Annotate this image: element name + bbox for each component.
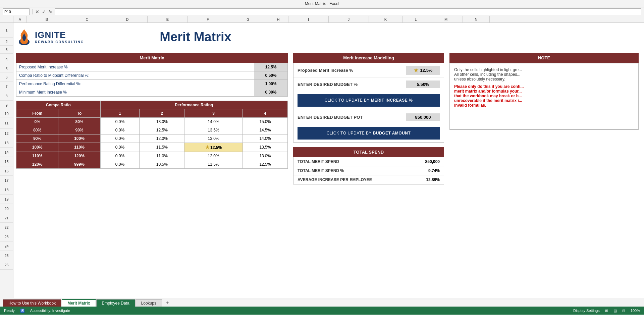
- matrix-v2-5[interactable]: 11.0%: [140, 152, 184, 160]
- matrix-v3-6[interactable]: 11.5%: [184, 160, 243, 169]
- accessibility-icon: ♿: [20, 309, 25, 313]
- spend-value-3: 12.89%: [413, 177, 440, 182]
- col-headers: A B C D E F G H I J K L M N: [0, 16, 644, 23]
- col-header-d: D: [107, 16, 148, 23]
- matrix-v2-2[interactable]: 12.5%: [140, 126, 184, 134]
- row-16: 16: [0, 166, 13, 176]
- matrix-v4-1[interactable]: 15.0%: [243, 118, 287, 126]
- grid-view-icon[interactable]: ⊞: [605, 309, 608, 313]
- matrix-v2-4[interactable]: 11.5%: [140, 143, 184, 152]
- col-header-g: G: [228, 16, 268, 23]
- row-1: 1: [0, 23, 13, 38]
- formula-input[interactable]: [55, 8, 641, 15]
- col-header-m: M: [429, 16, 463, 23]
- matrix-v1-1[interactable]: 0.0%: [100, 118, 140, 126]
- row-20: 20: [0, 204, 13, 213]
- update-by-merit-button[interactable]: CLICK TO UPDATE BY MERIT INCREASE %: [298, 94, 440, 107]
- matrix-v2-3[interactable]: 12.0%: [140, 134, 184, 143]
- matrix-v1-5[interactable]: 0.0%: [100, 152, 140, 160]
- tab-employee-data[interactable]: Employee Data: [96, 299, 135, 307]
- matrix-v2-6[interactable]: 10.5%: [140, 160, 184, 169]
- note-box: Only the cells highlighted in light gre.…: [449, 63, 639, 130]
- matrix-row-3: 90% 100% 0.0% 12.0% 13.0% 14.0%: [16, 134, 288, 143]
- matrix-v3-1[interactable]: 14.0%: [184, 118, 243, 126]
- page-break-icon[interactable]: ⊟: [622, 309, 625, 313]
- status-left: Ready ♿ Accessibility: Investigate: [4, 309, 70, 313]
- matrix-v4-2[interactable]: 14.5%: [243, 126, 287, 134]
- matrix-v4-6[interactable]: 12.5%: [243, 160, 287, 169]
- matrix-v1-3[interactable]: 0.0%: [100, 134, 140, 143]
- row-19: 19: [0, 195, 13, 204]
- modelling-section-header: Merit Increase Modelling: [293, 53, 444, 63]
- tab-lookups[interactable]: Lookups: [136, 299, 162, 307]
- star-icon-modelling: ★: [414, 67, 418, 73]
- col-header-c: C: [67, 16, 107, 23]
- col-header-e: E: [148, 16, 188, 23]
- tab-how-to[interactable]: How to Use this Workbook: [3, 299, 61, 307]
- row-10: 10: [0, 110, 13, 117]
- rating-4-header: 4: [243, 109, 287, 118]
- cells-area: IGNITE REWARD CONSULTING Merit Matrix Me…: [13, 23, 644, 298]
- logo-text: IGNITE REWARD CONSULTING: [35, 30, 84, 44]
- input-value-1[interactable]: 12.5%: [254, 63, 288, 71]
- matrix-v3-2[interactable]: 13.5%: [184, 126, 243, 134]
- display-settings-text[interactable]: Display Settings: [573, 309, 600, 313]
- col-header-i: I: [288, 16, 329, 23]
- update-by-budget-button[interactable]: CLICK TO UPDATE BY BUDGET AMOUNT: [298, 127, 440, 140]
- matrix-from-6: 120%: [16, 160, 58, 169]
- matrix-v3-5[interactable]: 12.0%: [184, 152, 243, 160]
- row-26: 26: [0, 260, 13, 270]
- proposed-merit-value[interactable]: ★ 12.5%: [406, 66, 440, 75]
- spend-row-3: AVERAGE INCREASE PER EMPLOYEE 12.89%: [293, 175, 444, 184]
- budget-pct-row: ENTER DESIRED BUDGET % 5.50%: [293, 78, 444, 91]
- matrix-v1-4[interactable]: 0.0%: [100, 143, 140, 152]
- matrix-v2-1[interactable]: 13.0%: [140, 118, 184, 126]
- input-row-1: Proposed Merit Increase % 12.5%: [16, 63, 288, 71]
- input-row-2: Compa Ratio to Midpoint Differential %: …: [16, 71, 288, 80]
- tab-merit-matrix[interactable]: Merit Matrix: [62, 299, 96, 307]
- row-17: 17: [0, 176, 13, 185]
- name-box[interactable]: P10: [3, 8, 30, 15]
- confirm-icon[interactable]: ✓: [42, 9, 46, 14]
- ready-status: Ready: [4, 309, 15, 313]
- input-value-2[interactable]: 0.50%: [254, 71, 288, 80]
- matrix-grid: Compa Ratio Performance Rating From To 1…: [16, 101, 288, 169]
- cancel-icon[interactable]: ✕: [35, 9, 39, 14]
- logo-flame-icon: [16, 28, 32, 46]
- perf-rating-header: Performance Rating: [100, 101, 287, 109]
- star-icon-matrix: ★: [205, 145, 210, 150]
- budget-pct-value[interactable]: 5.50%: [406, 80, 440, 88]
- col-header-f: F: [188, 16, 228, 23]
- matrix-v3-4[interactable]: ★12.5%: [184, 143, 243, 152]
- input-value-4[interactable]: 0.00%: [254, 88, 288, 97]
- add-sheet-button[interactable]: +: [164, 299, 171, 307]
- left-panel: IGNITE REWARD CONSULTING Merit Matrix Me…: [16, 25, 288, 184]
- row-15: 15: [0, 157, 13, 166]
- matrix-v1-2[interactable]: 0.0%: [100, 126, 140, 134]
- function-icon[interactable]: fx: [49, 9, 52, 14]
- matrix-row-4: 100% 110% 0.0% 11.5% ★12.5% 13.5%: [16, 143, 288, 152]
- row-23: 23: [0, 232, 13, 241]
- matrix-v1-6[interactable]: 0.0%: [100, 160, 140, 169]
- input-row-3: Performance Rating Differential %: 1.00%: [16, 80, 288, 88]
- modelling-section: Merit Increase Modelling Proposed Merit …: [293, 53, 444, 143]
- proposed-merit-label: Proposed Merit Increase %: [298, 68, 406, 73]
- merit-increase-btn-row: CLICK TO UPDATE BY MERIT INCREASE %: [293, 91, 444, 109]
- matrix-row-6: 120% 999% 0.0% 10.5% 11.5% 12.5%: [16, 160, 288, 169]
- formula-bar-row: P10 ✕ ✓ fx: [0, 7, 644, 16]
- matrix-row-5: 110% 120% 0.0% 11.0% 12.0% 13.0%: [16, 152, 288, 160]
- matrix-v4-4[interactable]: 13.5%: [243, 143, 287, 152]
- input-value-3[interactable]: 1.00%: [254, 80, 288, 88]
- matrix-v3-3[interactable]: 13.0%: [184, 134, 243, 143]
- to-header: To: [58, 109, 100, 118]
- matrix-v4-5[interactable]: 13.0%: [243, 152, 287, 160]
- matrix-to-6: 999%: [58, 160, 100, 169]
- budget-pot-value[interactable]: 850,000: [406, 113, 440, 121]
- input-label-3: Performance Rating Differential %:: [16, 80, 254, 88]
- spend-wrapper: TOTAL MERIT SPEND 850,000 TOTAL MERIT SP…: [293, 157, 444, 184]
- input-label-2: Compa Ratio to Midpoint Differential %:: [16, 71, 254, 80]
- page-layout-icon[interactable]: ▤: [613, 309, 617, 313]
- matrix-to-1: 80%: [58, 118, 100, 126]
- page-header: IGNITE REWARD CONSULTING Merit Matrix: [16, 25, 288, 48]
- matrix-v4-3[interactable]: 14.0%: [243, 134, 287, 143]
